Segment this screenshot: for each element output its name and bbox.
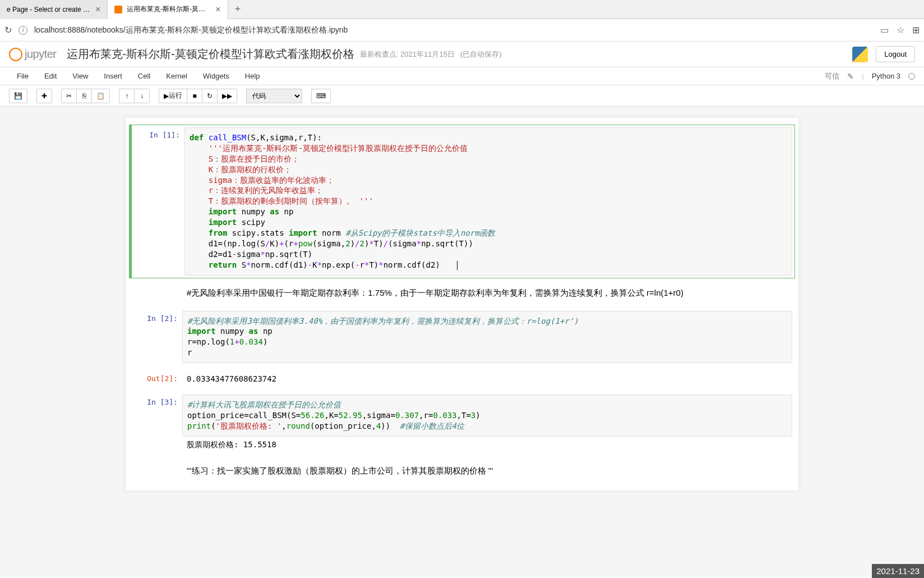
- code-input[interactable]: #计算科大讯飞股票期权在授予日的公允价值 option_price=call_B…: [182, 394, 792, 437]
- paste-button[interactable]: 📋: [91, 89, 110, 103]
- menu-kernel[interactable]: Kernel: [158, 72, 195, 80]
- collections-icon[interactable]: ⊞: [912, 25, 920, 35]
- input-prompt: In [3]:: [132, 394, 182, 453]
- output-text: 0.03343477608623742: [182, 371, 792, 387]
- menu-bar: File Edit View Insert Cell Kernel Widget…: [0, 67, 924, 85]
- pencil-icon[interactable]: ✎: [847, 72, 854, 81]
- kernel-indicator-icon: [908, 73, 915, 80]
- timestamp-overlay: 2021-11-23: [872, 564, 924, 577]
- code-input[interactable]: def call_BSM(S,K,sigma,r,T): '''运用布莱克-斯科…: [184, 127, 792, 276]
- add-cell-button[interactable]: ✚: [36, 89, 52, 103]
- restart-button[interactable]: ↻: [202, 89, 218, 103]
- menu-edit[interactable]: Edit: [36, 72, 64, 80]
- jupyter-favicon-icon: [114, 6, 122, 13]
- code-input[interactable]: #无风险利率采用3年期国债利率3.40%，由于国债利率为年复利，需换算为连续复利…: [182, 311, 792, 364]
- menu-file[interactable]: File: [9, 72, 36, 80]
- markdown-cell[interactable]: '''练习：找一家实施了股权激励（股票期权）的上市公司，计算其股票期权的价格 '…: [129, 458, 795, 484]
- menu-cell[interactable]: Cell: [130, 72, 158, 80]
- browser-tab-inactive[interactable]: e Page - Select or create a n ×: [0, 0, 108, 19]
- move-up-button[interactable]: ↑: [119, 89, 135, 103]
- menu-insert[interactable]: Insert: [96, 72, 130, 80]
- menu-widgets[interactable]: Widgets: [195, 72, 237, 80]
- command-palette-button[interactable]: ⌨: [311, 89, 331, 103]
- autosave-text: (已自动保存): [460, 49, 502, 59]
- menu-view[interactable]: View: [64, 72, 96, 80]
- jupyter-logo[interactable]: jupyter: [9, 48, 57, 61]
- notebook-title[interactable]: 运用布莱克-斯科尔斯-莫顿定价模型计算欧式看涨期权价格: [67, 47, 354, 62]
- code-cell[interactable]: In [2]: #无风险利率采用3年期国债利率3.40%，由于国债利率为年复利，…: [129, 308, 795, 366]
- notebook-scroll-area[interactable]: In [1]: def call_BSM(S,K,sigma,r,T): '''…: [0, 107, 924, 577]
- markdown-content: '''练习：找一家实施了股权激励（股票期权）的上市公司，计算其股票期权的价格 '…: [182, 461, 792, 481]
- input-prompt: [132, 461, 182, 481]
- browser-tab-bar: e Page - Select or create a n × 运用布莱克-斯科…: [0, 0, 924, 19]
- trusted-label[interactable]: 可信: [825, 71, 839, 81]
- markdown-cell[interactable]: #无风险利率采用中国银行一年期定期存款利率：1.75%，由于一年期定期存款利率为…: [129, 281, 795, 306]
- input-prompt: In [1]:: [134, 127, 184, 276]
- menu-help[interactable]: Help: [237, 72, 268, 80]
- browser-address-bar: ↻ i ▭ ☆ ⊞: [0, 19, 924, 42]
- favorite-icon[interactable]: ☆: [897, 25, 904, 35]
- stop-button[interactable]: ■: [187, 89, 202, 103]
- run-button[interactable]: ▶ 运行: [159, 89, 187, 103]
- input-prompt: In [2]:: [132, 311, 182, 364]
- output-cell: Out[2]: 0.03343477608623742: [129, 368, 795, 389]
- reading-mode-icon[interactable]: ▭: [880, 25, 889, 35]
- close-icon[interactable]: ×: [215, 4, 220, 15]
- tab-title: 运用布莱克-斯科尔斯-莫顿定价模…: [127, 4, 211, 14]
- code-cell[interactable]: In [3]: #计算科大讯飞股票期权在授予日的公允价值 option_pric…: [129, 392, 795, 456]
- move-down-button[interactable]: ↓: [134, 89, 150, 103]
- notebook-container: In [1]: def call_BSM(S,K,sigma,r,T): '''…: [126, 118, 798, 490]
- browser-tab-active[interactable]: 运用布莱克-斯科尔斯-莫顿定价模… ×: [108, 0, 228, 19]
- jupyter-logo-icon: [9, 48, 22, 61]
- separator: |: [862, 72, 863, 80]
- python-logo-icon[interactable]: [852, 47, 868, 62]
- jupyter-logo-text: jupyter: [25, 48, 57, 61]
- output-prompt: Out[2]:: [132, 371, 182, 387]
- notebook-header: jupyter 运用布莱克-斯科尔斯-莫顿定价模型计算欧式看涨期权价格 最新检查…: [0, 42, 924, 67]
- new-tab-button[interactable]: +: [228, 3, 248, 15]
- kernel-name[interactable]: Python 3: [872, 72, 900, 80]
- markdown-content: #无风险利率采用中国银行一年期定期存款利率：1.75%，由于一年期定期存款利率为…: [182, 283, 792, 303]
- checkpoint-text: 最新检查点: 2021年11月15日: [360, 49, 455, 59]
- site-info-icon[interactable]: i: [19, 26, 27, 35]
- save-button[interactable]: 💾: [9, 89, 27, 103]
- restart-run-all-button[interactable]: ▶▶: [217, 89, 237, 103]
- output-text: 股票期权价格: 15.5518: [182, 437, 792, 453]
- toolbar: 💾 ✚ ✂ ⎘ 📋 ↑ ↓ ▶ 运行 ■ ↻ ▶▶ 代码 ⌨: [0, 85, 924, 107]
- copy-button[interactable]: ⎘: [76, 89, 92, 103]
- url-input[interactable]: [34, 26, 874, 35]
- close-icon[interactable]: ×: [95, 4, 100, 15]
- reload-icon[interactable]: ↻: [4, 25, 12, 35]
- cell-type-select[interactable]: 代码: [246, 89, 302, 103]
- input-prompt: [132, 283, 182, 303]
- logout-button[interactable]: Logout: [876, 46, 915, 62]
- tab-title: e Page - Select or create a n: [7, 6, 91, 13]
- code-cell[interactable]: In [1]: def call_BSM(S,K,sigma,r,T): '''…: [129, 125, 795, 278]
- cut-button[interactable]: ✂: [61, 89, 77, 103]
